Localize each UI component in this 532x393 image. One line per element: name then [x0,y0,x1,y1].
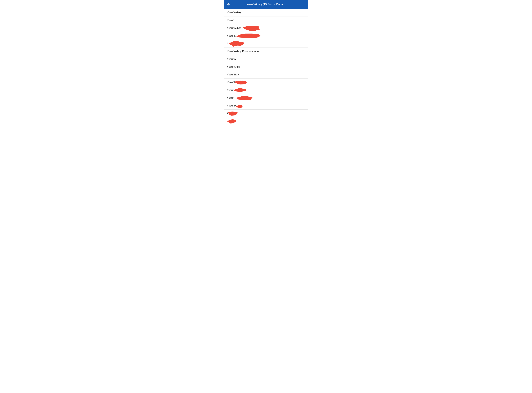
list-item-label: Yusuf Akbas [227,27,241,30]
redaction-mark [236,34,261,39]
list-item[interactable]: Yusuf Akbas [224,24,308,32]
list-item-label: Yusuf I [227,81,235,84]
list-item[interactable]: Yusuf Akba [224,63,308,71]
list-item-label: Yusuf Akbaş Donanımhaber [227,50,260,53]
list-item[interactable]: I [224,40,308,48]
results-list: Yusuf AkbaşYusufYusuf Akbas Yusuf N I Yu… [224,9,308,125]
list-item[interactable]: Yusuf [224,16,308,24]
list-item-label: Yusuf P [227,104,236,107]
list-item[interactable]: Yusuf I [224,79,308,86]
list-item-label: Yusuf Bey [227,73,239,76]
app-screen: Yusuf Akbaş (15 Sonuc Daha..) Yusuf Akba… [224,0,308,125]
list-item[interactable]: Yusuf P [224,102,308,110]
back-button[interactable] [226,2,232,7]
list-item-label: I [227,42,228,45]
list-item-label: Yusuf [227,19,234,22]
list-item-label: Yusuf N [227,34,236,37]
list-item-label: Yusuf Akba [227,65,240,69]
list-item-label: Yusuf Akbaş [227,11,241,14]
arrow-left-icon [227,2,231,6]
redaction-mark [234,96,254,100]
redaction-mark [235,80,248,85]
redaction-mark [236,105,243,108]
list-item[interactable]: Yusuf A [224,55,308,63]
list-item-label: Yusuf A [227,58,236,61]
redaction-mark [242,25,261,31]
list-item[interactable] [224,117,308,125]
list-item[interactable]: Yusuf Akbaş Donanımhaber [224,48,308,55]
list-item-label: Yusuf [227,89,234,92]
redaction-mark [227,41,244,47]
redaction-mark [234,88,246,93]
redaction-mark [228,111,238,116]
list-item-label: A [227,112,229,115]
list-item[interactable]: Yusuf Akbaş [224,9,308,16]
list-item-label: Yusuf [227,96,234,99]
page-title: Yusuf Akbaş (15 Sonuc Daha..) [224,3,308,6]
list-item[interactable]: A [224,110,308,117]
list-item[interactable]: Yusuf [224,94,308,102]
list-item[interactable]: Yusuf [224,86,308,94]
app-bar: Yusuf Akbaş (15 Sonuc Daha..) [224,0,308,9]
list-item[interactable]: Yusuf Bey [224,71,308,79]
redaction-mark [227,119,236,123]
list-item[interactable]: Yusuf N [224,32,308,40]
